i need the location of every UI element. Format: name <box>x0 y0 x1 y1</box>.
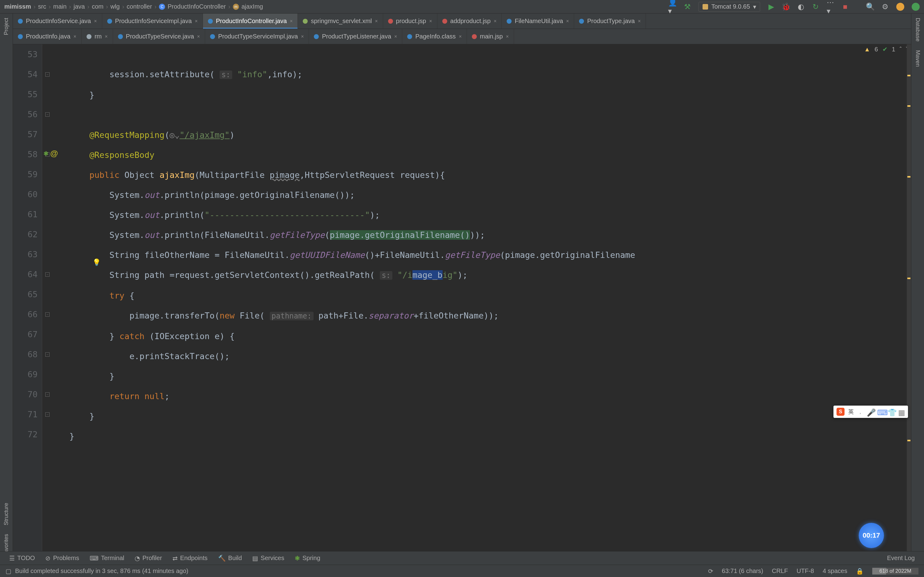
editor-tab[interactable]: springmvc_servlet.xml× <box>298 13 383 29</box>
line-number[interactable]: 68 <box>13 344 37 364</box>
line-number[interactable]: 53 <box>13 44 37 64</box>
code-editor[interactable]: 5354555657585960616263646566676869707172… <box>13 44 911 551</box>
spring-gutter-icon[interactable]: ❃ <box>44 150 48 157</box>
editor-tab[interactable]: ProductTypeServiceImpl.java× <box>205 29 309 44</box>
tool-windows-toggle-icon[interactable]: ▢ <box>6 567 11 575</box>
indent-setting[interactable]: 4 spaces <box>823 567 847 575</box>
close-icon[interactable]: × <box>429 18 432 24</box>
code-with-me-icon[interactable] <box>912 3 920 11</box>
todo-tool[interactable]: ☰TODO <box>9 554 35 562</box>
close-icon[interactable]: × <box>94 18 97 24</box>
line-number[interactable]: 71 <box>13 405 37 424</box>
ime-toolbar[interactable]: S 英 ， 🎤 ⌨ 👕 ▦ <box>834 406 908 418</box>
code-area[interactable]: session.setAttribute( s: "info",info); }… <box>57 44 911 551</box>
fold-toggle-icon[interactable]: − <box>45 312 50 317</box>
coverage-button[interactable]: ◐ <box>797 3 804 10</box>
more-run-icon[interactable]: ⋯▾ <box>827 3 834 10</box>
run-button[interactable]: ▶ <box>767 3 775 10</box>
build-tool[interactable]: 🔨Build <box>218 554 242 562</box>
read-lock-icon[interactable]: 🔒 <box>856 567 864 575</box>
background-tasks-icon[interactable]: ⟳ <box>708 567 713 575</box>
fold-toggle-icon[interactable]: − <box>45 73 50 77</box>
breadcrumb-item[interactable]: java <box>74 3 85 10</box>
line-number[interactable]: 69 <box>13 364 37 384</box>
structure-tool-tab[interactable]: Structure <box>3 503 10 525</box>
spring-tool[interactable]: ❃Spring <box>295 554 320 562</box>
search-everywhere-button[interactable]: 🔍 <box>867 3 874 10</box>
debug-button[interactable]: 🐞 <box>782 3 790 10</box>
ime-lang-label[interactable]: 英 <box>848 408 854 416</box>
close-icon[interactable]: × <box>74 34 76 39</box>
breadcrumb-class[interactable]: ProductInfoController <box>168 3 226 10</box>
line-number[interactable]: 72 <box>13 424 37 444</box>
editor-tab[interactable]: addproduct.jsp× <box>437 13 502 29</box>
editor-tab[interactable]: PageInfo.class× <box>402 29 467 44</box>
problems-tool[interactable]: ⊘Problems <box>45 554 79 562</box>
recording-timer-badge[interactable]: 00:17 <box>859 523 884 548</box>
line-number[interactable]: 60 <box>13 184 37 204</box>
line-number[interactable]: 61 <box>13 204 37 224</box>
close-icon[interactable]: × <box>290 18 292 24</box>
ime-mic-icon[interactable]: 🎤 <box>867 408 874 415</box>
line-number[interactable]: 65 <box>13 284 37 305</box>
breadcrumb-item[interactable]: com <box>92 3 103 10</box>
editor-tab[interactable]: ProductTypeListener.java× <box>309 29 402 44</box>
fold-toggle-icon[interactable]: − <box>45 413 50 417</box>
fold-toggle-icon[interactable]: − <box>45 112 50 117</box>
close-icon[interactable]: × <box>105 34 108 39</box>
close-icon[interactable]: × <box>394 34 397 39</box>
line-number[interactable]: 58 <box>13 144 37 164</box>
breadcrumb-item[interactable]: src <box>38 3 46 10</box>
run-actions-icon[interactable]: ↻ <box>812 3 819 10</box>
breadcrumb-method[interactable]: ajaxImg <box>241 3 263 10</box>
ime-punct-icon[interactable]: ， <box>858 408 863 416</box>
line-number[interactable]: 55 <box>13 84 37 104</box>
line-number[interactable]: 66 <box>13 305 37 324</box>
line-number[interactable]: 59 <box>13 164 37 184</box>
memory-indicator[interactable]: 618 of 2022M <box>872 568 918 575</box>
settings-gear-icon[interactable]: ⚙ <box>882 3 889 10</box>
editor-tab[interactable]: main.jsp× <box>467 29 514 44</box>
ime-menu-icon[interactable]: ▦ <box>898 408 905 415</box>
file-encoding[interactable]: UTF-8 <box>796 567 814 575</box>
inspection-summary[interactable]: ▲ 6 ✔ 1 ˆ ˇ <box>864 45 908 53</box>
profiler-tool[interactable]: ◔Profiler <box>135 554 162 562</box>
user-dropdown-icon[interactable]: 👤▾ <box>669 3 676 10</box>
line-separator[interactable]: CRLF <box>772 567 788 575</box>
editor-tab[interactable]: product.jsp× <box>383 13 437 29</box>
line-number[interactable]: 54 <box>13 64 37 84</box>
breadcrumb-item[interactable]: controller <box>127 3 152 10</box>
line-number[interactable]: 63 <box>13 244 37 264</box>
fold-toggle-icon[interactable]: − <box>45 392 50 396</box>
line-number[interactable]: 70 <box>13 384 37 405</box>
ime-skin-icon[interactable]: 👕 <box>888 408 895 415</box>
build-hammer-icon[interactable]: ⚒ <box>684 3 691 10</box>
project-tool-tab[interactable]: Project <box>3 18 10 35</box>
nav-up-icon[interactable]: ˆ <box>900 46 902 53</box>
close-icon[interactable]: × <box>638 18 641 24</box>
services-tool[interactable]: ▤Services <box>252 554 284 562</box>
user-avatar[interactable] <box>896 3 904 11</box>
line-number[interactable]: 56 <box>13 104 37 124</box>
error-stripe[interactable] <box>907 44 911 551</box>
close-icon[interactable]: × <box>195 18 198 24</box>
close-icon[interactable]: × <box>301 34 304 39</box>
terminal-tool[interactable]: ⌨Terminal <box>90 554 124 562</box>
event-log-tool[interactable]: Event Log <box>887 554 915 562</box>
close-icon[interactable]: × <box>459 34 462 39</box>
editor-tab[interactable]: ProductInfoService.java× <box>13 13 102 29</box>
close-icon[interactable]: × <box>494 18 496 24</box>
breadcrumb-item[interactable]: wlg <box>111 3 120 10</box>
close-icon[interactable]: × <box>506 34 509 39</box>
editor-tab[interactable]: ProductInfoController.java× <box>203 13 298 29</box>
database-tool-tab[interactable]: Database <box>914 18 921 42</box>
close-icon[interactable]: × <box>375 18 378 24</box>
vcs-commit-icon[interactable] <box>856 3 859 10</box>
stop-button[interactable]: ■ <box>842 3 849 10</box>
fold-toggle-icon[interactable]: − <box>45 272 50 277</box>
line-number[interactable]: 64 <box>13 264 37 284</box>
maven-tool-tab[interactable]: Maven <box>914 50 921 67</box>
editor-tab[interactable]: rm× <box>82 29 113 44</box>
close-icon[interactable]: × <box>197 34 200 39</box>
line-number[interactable]: 67 <box>13 324 37 344</box>
